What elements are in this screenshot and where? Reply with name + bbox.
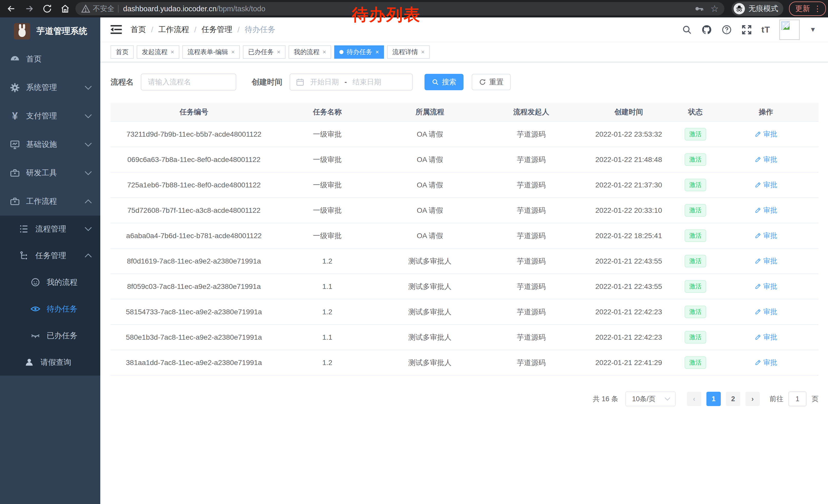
page-unit-label: 页 (812, 394, 819, 404)
tab-home[interactable]: 首页 (111, 45, 134, 59)
sidebar-item-label: 请假查询 (41, 357, 71, 368)
eye-open-icon (30, 304, 41, 314)
saved-passwords-key-icon[interactable] (694, 4, 704, 13)
avatar-caret-icon[interactable]: ▼ (810, 26, 816, 34)
browser-forward-button[interactable] (24, 3, 35, 14)
chevron-up-icon (84, 253, 92, 258)
fullscreen-icon[interactable] (741, 25, 752, 35)
sidebar-collapse-icon[interactable] (111, 25, 122, 35)
tab-process-form-edit[interactable]: 流程表单-编辑 × (182, 45, 240, 59)
tab-my-process[interactable]: 我的流程 × (289, 45, 331, 59)
prev-page-button[interactable]: ‹ (687, 392, 701, 406)
tab-done-tasks[interactable]: 已办任务 × (243, 45, 286, 59)
column-header: 状态 (677, 107, 713, 117)
breadcrumb: 首页 / 工作流程 / 任务管理 / 待办任务 (131, 25, 276, 35)
table-row: 725a1eb6-7b88-11ec-8ef0-acde48001122 一级审… (111, 173, 819, 198)
list-tree-icon (18, 224, 30, 234)
app-logo-image (14, 23, 30, 40)
sidebar-item-dev-tools[interactable]: 研发工具 (0, 159, 100, 187)
table-row: 75d72608-7b7f-11ec-a3c8-acde48001122 一级审… (111, 198, 819, 223)
font-size-icon[interactable]: tT (761, 25, 770, 35)
sidebar-item-label: 任务管理 (35, 250, 66, 261)
status-badge: 激活 (685, 280, 706, 293)
avatar[interactable] (779, 19, 800, 40)
approve-link[interactable]: 审批 (755, 180, 777, 189)
tab-start-process[interactable]: 发起流程 × (137, 45, 179, 59)
sidebar-item-system[interactable]: 系统管理 (0, 73, 100, 102)
help-icon[interactable] (721, 25, 732, 35)
bookmark-star-icon[interactable]: ☆ (710, 4, 719, 13)
update-label: 更新 (795, 4, 810, 14)
sidebar-item-label: 待办任务 (47, 304, 78, 314)
approve-link[interactable]: 审批 (755, 256, 777, 266)
url-host: dashboard.yudao.iocoder.cn (123, 5, 216, 13)
column-header: 创建时间 (580, 107, 677, 117)
search-icon (432, 79, 439, 86)
sidebar-item-leave-query[interactable]: 请假查询 (0, 349, 100, 375)
close-icon[interactable]: × (375, 49, 379, 55)
process-name-label: 流程名 (111, 77, 134, 87)
process-name-input[interactable] (141, 74, 236, 91)
status-badge: 激活 (685, 153, 706, 166)
gear-icon (9, 82, 20, 93)
search-button[interactable]: 搜索 (424, 74, 463, 90)
approve-link[interactable]: 审批 (755, 231, 777, 240)
app-title: 芋道管理系统 (36, 26, 87, 37)
workflow-submenu: 流程管理 任务管理 我的流程 待办任务 (0, 216, 100, 375)
approve-link[interactable]: 审批 (755, 307, 777, 316)
approve-link[interactable]: 审批 (755, 205, 777, 215)
sidebar-item-infrastructure[interactable]: 基础设施 (0, 130, 100, 159)
sidebar-item-label: 支付管理 (26, 111, 57, 121)
page-size-select[interactable]: 10条/页 (625, 392, 676, 406)
chevron-down-icon (84, 142, 92, 147)
goto-page-input[interactable] (788, 392, 806, 406)
approve-link[interactable]: 审批 (755, 282, 777, 291)
search-icon[interactable] (682, 25, 692, 35)
close-icon[interactable]: × (171, 49, 174, 55)
approve-link[interactable]: 审批 (755, 155, 777, 164)
chevron-down-icon (84, 85, 92, 90)
close-icon[interactable]: × (277, 49, 280, 55)
breadcrumb-workflow[interactable]: 工作流程 (158, 25, 189, 35)
next-page-button[interactable]: › (745, 392, 760, 406)
column-header: 流程发起人 (483, 107, 580, 117)
approve-link[interactable]: 审批 (755, 332, 777, 342)
page-button-1[interactable]: 1 (706, 392, 721, 406)
sidebar-item-label: 流程管理 (35, 224, 66, 234)
sidebar-item-process-management[interactable]: 流程管理 (0, 216, 100, 242)
table-row: 8f059c03-7ac8-11ec-a9e2-a2380e71991a 1.1… (111, 274, 819, 300)
tab-todo-tasks[interactable]: 待办任务 × (334, 45, 384, 59)
sidebar-item-task-management[interactable]: 任务管理 (0, 242, 100, 269)
close-icon[interactable]: × (322, 49, 326, 55)
github-icon[interactable] (701, 25, 712, 35)
omnibox-divider (118, 5, 119, 12)
sidebar-item-todo-tasks[interactable]: 待办任务 (0, 295, 100, 322)
incognito-icon (734, 3, 745, 14)
browser-menu-icon[interactable]: ⋮ (814, 5, 821, 12)
browser-home-button[interactable] (59, 3, 71, 14)
header-actions: tT ▼ (682, 19, 816, 40)
goto-label: 前往 (770, 394, 783, 404)
table-row: 580e1b3d-7ac8-11ec-a9e2-a2380e71991a 1.1… (111, 325, 819, 350)
update-button[interactable]: 更新 ⋮ (789, 2, 826, 16)
tab-process-detail[interactable]: 流程详情 × (387, 45, 430, 59)
table-row: 069c6a63-7b8a-11ec-8ef0-acde48001122 一级审… (111, 147, 819, 173)
breadcrumb-home[interactable]: 首页 (131, 25, 146, 35)
sidebar-item-done-tasks[interactable]: 已办任务 (0, 322, 100, 349)
close-icon[interactable]: × (421, 49, 424, 55)
date-range-picker[interactable]: 开始日期 - 结束日期 (290, 74, 413, 91)
page-button-2[interactable]: 2 (726, 392, 740, 406)
approve-link[interactable]: 审批 (755, 358, 777, 367)
breadcrumb-task-management[interactable]: 任务管理 (202, 25, 233, 35)
reset-button[interactable]: 重置 (472, 74, 511, 90)
app-logo-row: 芋道管理系统 (0, 17, 100, 45)
browser-reload-button[interactable] (42, 3, 53, 14)
sidebar-item-workflow[interactable]: 工作流程 (0, 187, 100, 216)
face-icon (30, 277, 41, 287)
sidebar-item-home[interactable]: 首页 (0, 45, 100, 73)
browser-back-button[interactable] (6, 3, 17, 14)
close-icon[interactable]: × (231, 49, 235, 55)
approve-link[interactable]: 审批 (755, 130, 777, 139)
sidebar-item-payment[interactable]: ¥ 支付管理 (0, 102, 100, 130)
sidebar-item-my-process[interactable]: 我的流程 (0, 269, 100, 295)
